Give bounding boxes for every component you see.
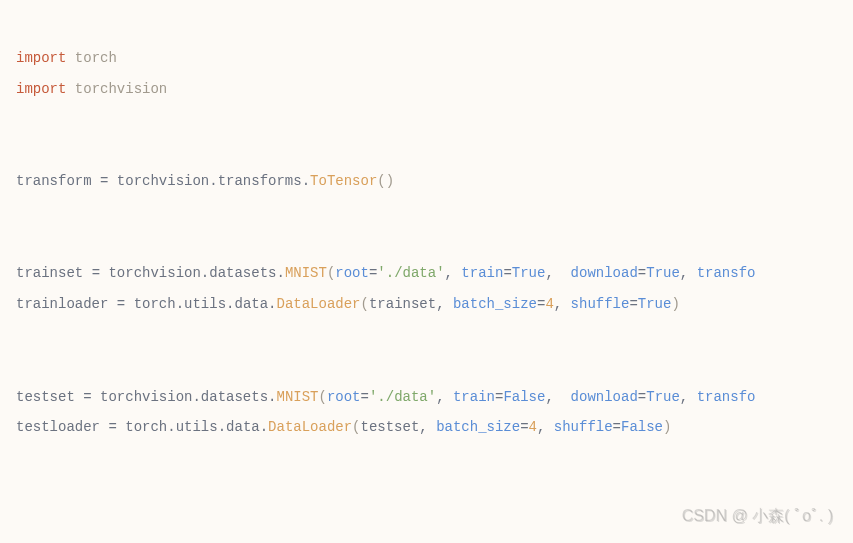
number-literal: 4 <box>529 419 537 435</box>
variable: testloader <box>16 419 108 435</box>
module-name: torch <box>75 50 117 66</box>
kwarg: train <box>461 265 503 281</box>
variable: transform <box>16 173 100 189</box>
kwarg: batch_size <box>453 296 537 312</box>
function-call: MNIST <box>276 389 318 405</box>
watermark: CSDN @ 小森( ﾟoﾟ. ) <box>682 498 833 533</box>
keyword-import: import <box>16 81 66 97</box>
string-literal: './data' <box>377 265 444 281</box>
kwarg: batch_size <box>436 419 520 435</box>
kwarg: root <box>335 265 369 281</box>
kwarg-cut: transfo <box>697 389 756 405</box>
kwarg: shuffle <box>571 296 630 312</box>
kwarg: shuffle <box>554 419 613 435</box>
keyword-import: import <box>16 50 66 66</box>
variable: testset <box>16 389 83 405</box>
function-call: DataLoader <box>268 419 352 435</box>
module-name <box>66 50 74 66</box>
kwarg: train <box>453 389 495 405</box>
kwarg: download <box>571 265 638 281</box>
module-name: torchvision <box>75 81 167 97</box>
kwarg: root <box>327 389 361 405</box>
code-block: import torch import torchvision transfor… <box>0 0 853 543</box>
variable: trainloader <box>16 296 117 312</box>
number-literal: 4 <box>545 296 553 312</box>
kwarg-cut: transfo <box>697 265 756 281</box>
kwarg: download <box>571 389 638 405</box>
function-call: ToTensor <box>310 173 377 189</box>
function-call: MNIST <box>285 265 327 281</box>
string-literal: './data' <box>369 389 436 405</box>
variable: trainset <box>16 265 92 281</box>
function-call: DataLoader <box>277 296 361 312</box>
